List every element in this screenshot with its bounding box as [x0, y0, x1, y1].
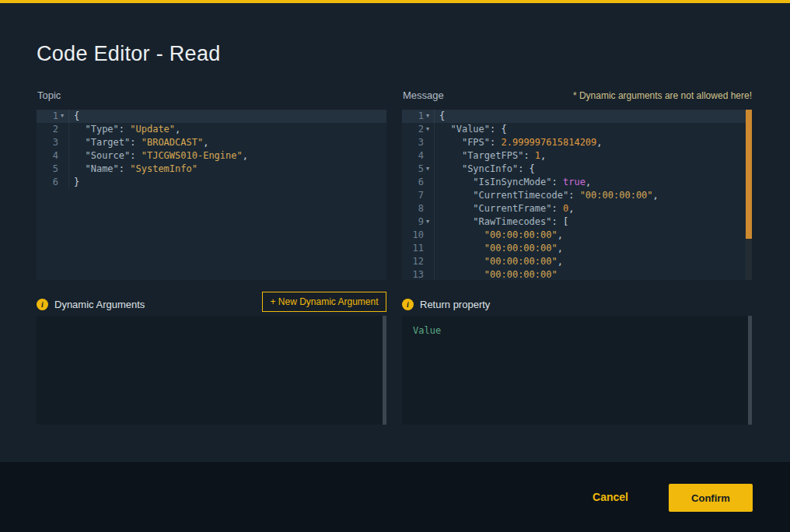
- fold-arrow-icon[interactable]: ▼: [426, 163, 434, 176]
- code-text: "00:00:00:00",: [435, 242, 563, 255]
- return-property-value: Value: [413, 325, 441, 336]
- line-number: 3: [37, 136, 61, 149]
- code-text: "CurrentFrame": 0,: [435, 202, 574, 215]
- code-line[interactable]: 10 "00:00:00:00",: [402, 229, 752, 242]
- cancel-button[interactable]: Cancel: [592, 491, 628, 503]
- line-gutter: 4: [402, 149, 435, 163]
- return-property-editor[interactable]: Value: [402, 316, 752, 425]
- top-accent-bar: [0, 0, 790, 3]
- line-number: 2: [402, 123, 426, 136]
- code-line[interactable]: 11 "00:00:00:00",: [402, 242, 752, 255]
- code-text: "00:00:00:00": [435, 268, 558, 280]
- line-gutter: 11: [402, 242, 435, 255]
- code-text: "00:00:00:00",: [435, 229, 563, 242]
- line-gutter: 6: [402, 176, 435, 189]
- code-line[interactable]: 4 "Source": "TJCGWS010-Engine",: [37, 149, 386, 163]
- line-gutter: 3: [37, 136, 69, 149]
- message-code-editor[interactable]: 1▼{2▼ "Value": {3 "FPS": 2.9999976158142…: [402, 110, 752, 280]
- line-number: 9: [402, 215, 426, 229]
- confirm-button[interactable]: Confirm: [669, 484, 753, 512]
- new-dynamic-argument-button[interactable]: + New Dynamic Argument: [262, 292, 386, 312]
- code-text: {: [69, 110, 79, 123]
- topic-label: Topic: [37, 89, 61, 101]
- code-line[interactable]: 1▼{: [37, 110, 386, 123]
- code-line[interactable]: 1▼{: [402, 110, 752, 123]
- page-title: Code Editor - Read: [37, 42, 221, 66]
- fold-arrow-icon[interactable]: ▼: [426, 123, 434, 136]
- code-line[interactable]: 9▼ "RawTimecodes": [: [402, 215, 752, 229]
- line-number: 4: [402, 149, 426, 163]
- code-line[interactable]: 3 "FPS": 2.999997615814209,: [402, 136, 752, 149]
- line-gutter: 3: [402, 136, 435, 149]
- code-text: "00:00:00:00",: [435, 255, 563, 268]
- code-text: "CurrentTimecode": "00:00:00:00",: [435, 189, 659, 202]
- line-gutter: 5: [37, 163, 69, 176]
- code-line[interactable]: 4 "TargetFPS": 1,: [402, 149, 752, 163]
- return-property-header: i Return property: [402, 299, 490, 310]
- code-line[interactable]: 6 "IsInSyncMode": true,: [402, 176, 752, 189]
- code-line[interactable]: 12 "00:00:00:00",: [402, 255, 752, 268]
- line-gutter: 2▼: [402, 123, 435, 136]
- line-gutter: 6: [37, 176, 69, 189]
- line-number: 3: [402, 136, 426, 149]
- code-line[interactable]: 13 "00:00:00:00": [402, 268, 752, 280]
- return-property-scrollbar[interactable]: [748, 316, 752, 425]
- code-text: "Type": "Update",: [69, 123, 180, 136]
- line-number: 1: [37, 110, 61, 123]
- line-gutter: 9▼: [402, 215, 435, 229]
- dynamic-arguments-header: i Dynamic Arguments: [37, 299, 145, 310]
- fold-arrow-icon[interactable]: ▼: [61, 110, 68, 123]
- code-text: "Name": "SystemInfo": [69, 163, 198, 176]
- code-line[interactable]: 2 "Type": "Update",: [37, 123, 386, 136]
- return-property-label: Return property: [420, 299, 490, 310]
- line-number: 5: [37, 163, 61, 176]
- line-number: 6: [402, 176, 426, 189]
- code-text: }: [69, 176, 79, 189]
- line-gutter: 4: [37, 149, 69, 163]
- code-text: "Target": "BROADCAST",: [69, 136, 208, 149]
- line-gutter: 10: [402, 229, 435, 242]
- code-line[interactable]: 5▼ "SyncInfo": {: [402, 163, 752, 176]
- line-number: 5: [402, 163, 426, 176]
- message-label: Message: [403, 89, 444, 101]
- info-icon[interactable]: i: [402, 299, 414, 310]
- dynamic-arguments-label: Dynamic Arguments: [54, 299, 145, 310]
- code-line[interactable]: 7 "CurrentTimecode": "00:00:00:00",: [402, 189, 752, 202]
- line-number: 1: [402, 110, 426, 123]
- line-number: 4: [37, 149, 61, 163]
- line-number: 10: [402, 229, 426, 242]
- code-text: {: [435, 110, 445, 123]
- code-text: "Value": {: [435, 123, 507, 136]
- code-line[interactable]: 8 "CurrentFrame": 0,: [402, 202, 752, 215]
- code-editor-dialog: Code Editor - Read Topic Message * Dynam…: [0, 0, 790, 532]
- code-text: "SyncInfo": {: [435, 163, 535, 176]
- code-line[interactable]: 6}: [37, 176, 386, 189]
- code-text: "IsInSyncMode": true,: [435, 176, 591, 189]
- dynamic-arguments-scrollbar[interactable]: [383, 316, 386, 425]
- line-number: 11: [402, 242, 426, 255]
- line-gutter: 7: [402, 189, 435, 202]
- message-scrollbar-track[interactable]: [746, 110, 752, 280]
- line-number: 13: [402, 268, 426, 280]
- code-line[interactable]: 2▼ "Value": {: [402, 123, 752, 136]
- line-number: 7: [402, 189, 426, 202]
- code-text: "FPS": 2.999997615814209,: [435, 136, 603, 149]
- dynamic-arguments-note: * Dynamic arguments are not allowed here…: [573, 90, 752, 101]
- code-text: "TargetFPS": 1,: [435, 149, 546, 163]
- line-number: 12: [402, 255, 426, 268]
- line-gutter: 2: [37, 123, 69, 136]
- line-gutter: 1▼: [37, 110, 69, 123]
- dynamic-arguments-list: [37, 316, 386, 425]
- code-line[interactable]: 3 "Target": "BROADCAST",: [37, 136, 386, 149]
- message-scrollbar-thumb[interactable]: [746, 110, 752, 239]
- fold-arrow-icon[interactable]: ▼: [426, 110, 434, 123]
- topic-code-editor[interactable]: 1▼{2 "Type": "Update",3 "Target": "BROAD…: [37, 110, 386, 280]
- line-number: 2: [37, 123, 61, 136]
- info-icon[interactable]: i: [37, 299, 48, 310]
- fold-arrow-icon[interactable]: ▼: [426, 215, 434, 229]
- line-gutter: 12: [402, 255, 435, 268]
- line-gutter: 5▼: [402, 163, 435, 176]
- code-text: "RawTimecodes": [: [435, 215, 568, 229]
- code-line[interactable]: 5 "Name": "SystemInfo": [37, 163, 386, 176]
- line-number: 8: [402, 202, 426, 215]
